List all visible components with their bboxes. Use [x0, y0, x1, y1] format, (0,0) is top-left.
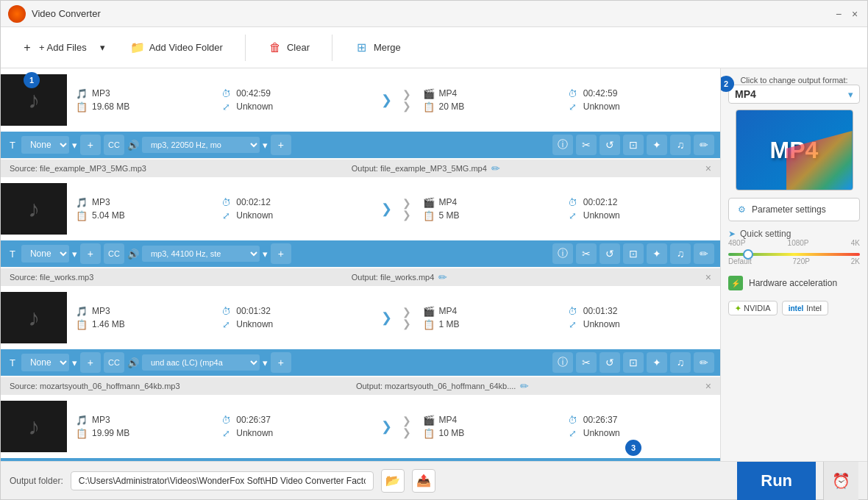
- out-file-icon-4: 📋: [423, 427, 435, 439]
- right-panel: 2 Click to change output format: MP4 ▾ M…: [720, 68, 867, 461]
- format-selector[interactable]: MP4 ▾: [728, 85, 860, 104]
- quality-thumb[interactable]: [743, 249, 753, 260]
- edit-btn-3[interactable]: ✏: [694, 352, 714, 373]
- audio-btn-1[interactable]: ♫: [670, 135, 691, 155]
- add-files-button[interactable]: + + Add Files: [13, 36, 94, 60]
- run-button[interactable]: Run: [737, 462, 816, 500]
- subtitle-select-2[interactable]: None: [21, 245, 69, 262]
- res-icon-1: ⤢: [220, 101, 232, 113]
- file-info-3: 🎵 MP3 ⏱ 00:01:32 📋 1.46 MB ⤢: [67, 302, 374, 333]
- cut-btn-1[interactable]: ✂: [576, 135, 597, 155]
- add-audio-btn-2[interactable]: +: [271, 243, 291, 264]
- output-path-input[interactable]: [71, 471, 374, 490]
- effects-btn-3[interactable]: ✦: [647, 352, 667, 373]
- edit-output-icon-4[interactable]: ✏: [520, 380, 529, 392]
- volume-icon-1: 🔊: [127, 140, 139, 151]
- out-file-icon-3: 📋: [423, 318, 435, 330]
- subtitle-select-3[interactable]: None: [21, 354, 69, 371]
- add-subtitle-btn-1[interactable]: +: [80, 135, 101, 155]
- format-thumbnail: MP4: [736, 110, 853, 190]
- file-info-2: 🎵 MP3 ⏱ 00:02:12 📋 5.04 MB ⤢: [67, 193, 374, 224]
- close-button[interactable]: ×: [850, 9, 860, 19]
- chevron-audio-2: ▾: [263, 249, 268, 260]
- toolbar-row-3: T None ▾ + CC 🔊 und aac (LC) (mp4a ▾ + ⓘ: [1, 349, 720, 376]
- hw-accel-icon: ⚡: [728, 276, 743, 290]
- audio-select-1[interactable]: mp3, 22050 Hz, mo: [142, 137, 260, 153]
- browse-folder-button[interactable]: 📂: [381, 469, 405, 493]
- source-size-4: 📋 19.99 MB: [76, 427, 220, 439]
- close-btn-4[interactable]: ×: [705, 380, 711, 392]
- add-folder-button[interactable]: 📁 Add Video Folder: [123, 36, 230, 60]
- audio-select-3[interactable]: und aac (LC) (mp4a: [142, 354, 260, 371]
- parameter-settings-button[interactable]: ⚙ Parameter settings: [728, 198, 860, 221]
- subtitle-select-1[interactable]: None: [21, 136, 69, 154]
- audio-btn-2[interactable]: ♫: [670, 243, 691, 264]
- quality-top-labels: 480P 1080P 4K: [728, 239, 860, 247]
- arrow-2: ❯: [374, 201, 399, 217]
- subtitle-cc-btn-3[interactable]: CC: [104, 352, 124, 373]
- folder-open-icon: 📂: [385, 474, 400, 488]
- file-header-2: Source: file_example_MP3_5MG.mp3 Output:…: [1, 160, 720, 177]
- rotate-btn-3[interactable]: ↺: [600, 352, 620, 373]
- file-row-1: ♪ 🎵 MP3 ⏱ 00:42:59 📋 19.68: [1, 68, 720, 132]
- cut-btn-2[interactable]: ✂: [576, 243, 597, 264]
- clock-icon-1: ⏱: [220, 88, 232, 99]
- chevron-subtitle-3: ▾: [72, 357, 77, 368]
- cut-btn-3[interactable]: ✂: [576, 352, 597, 373]
- quick-setting-section: ➤ Quick setting 480P 1080P 4K Default 72…: [728, 229, 860, 265]
- close-btn-3[interactable]: ×: [705, 271, 711, 283]
- clear-button[interactable]: 🗑 Clear: [260, 36, 317, 60]
- source-resolution-3: ⤢ Unknown: [220, 318, 364, 330]
- merge-button[interactable]: ⊞ Merge: [347, 36, 408, 60]
- nvidia-badge[interactable]: ✦ NVIDIA: [728, 301, 778, 315]
- dashed-arrows-1: ❯ ❯: [399, 88, 414, 112]
- effects-btn-2[interactable]: ✦: [647, 243, 667, 264]
- title-bar: Video Converter − ×: [1, 1, 867, 27]
- info-btn-1[interactable]: ⓘ: [552, 135, 573, 155]
- output-format-3: 🎬 MP4: [423, 305, 567, 317]
- rotate-btn-2[interactable]: ↺: [600, 243, 620, 264]
- add-audio-btn-3[interactable]: +: [271, 352, 291, 373]
- arrow-4: ❯: [374, 418, 399, 435]
- open-output-folder-button[interactable]: 📤: [412, 469, 435, 493]
- output-size-4: 📋 10 MB: [423, 427, 567, 439]
- effects-btn-1[interactable]: ✦: [647, 135, 667, 155]
- file-item-1: ♪ 🎵 MP3 ⏱ 00:42:59 📋 19.68: [1, 68, 720, 158]
- intel-badge[interactable]: intel Intel: [782, 301, 828, 315]
- source-size-3: 📋 1.46 MB: [76, 318, 220, 330]
- res-icon-3: ⤢: [220, 318, 232, 330]
- main-window: Video Converter − × + + Add Files ▾ 📁 Ad…: [0, 0, 868, 500]
- edit-output-icon-3[interactable]: ✏: [438, 271, 447, 283]
- close-btn-2[interactable]: ×: [705, 162, 711, 174]
- audio-btn-3[interactable]: ♫: [670, 352, 691, 373]
- out-format-icon-4: 🎬: [423, 414, 435, 426]
- quick-setting-arrow-icon: ➤: [728, 229, 736, 239]
- output-format-2: 🎬 MP4: [423, 196, 567, 208]
- edit-btn-2[interactable]: ✏: [694, 243, 714, 264]
- add-subtitle-btn-2[interactable]: +: [80, 243, 101, 264]
- source-resolution-1: ⤢ Unknown: [220, 101, 364, 113]
- alarm-button[interactable]: ⏰: [823, 462, 858, 500]
- minimize-button[interactable]: −: [833, 9, 844, 19]
- dashed-arrows-3: ❯ ❯: [399, 306, 414, 329]
- subtitle-cc-btn-2[interactable]: CC: [104, 243, 124, 264]
- edit-btn-1[interactable]: ✏: [694, 135, 714, 155]
- add-audio-btn-1[interactable]: +: [271, 135, 291, 155]
- file-item-2: Source: file_example_MP3_5MG.mp3 Output:…: [1, 160, 720, 267]
- subtitle-cc-btn-1[interactable]: CC: [104, 135, 124, 155]
- audio-select-2[interactable]: mp3, 44100 Hz, ste: [142, 246, 260, 262]
- add-files-dropdown[interactable]: ▾: [97, 38, 108, 57]
- output-size-2: 📋 5 MB: [423, 210, 567, 221]
- info-btn-2[interactable]: ⓘ: [552, 243, 573, 264]
- arrow-3: ❯: [374, 310, 399, 326]
- source-label-3: Source: file_works.mp3: [10, 273, 93, 282]
- add-subtitle-btn-3[interactable]: +: [80, 352, 101, 373]
- crop-btn-2[interactable]: ⊡: [623, 243, 644, 264]
- edit-output-icon-2[interactable]: ✏: [491, 162, 500, 174]
- subtitle-icon-2: T: [7, 249, 18, 260]
- crop-btn-1[interactable]: ⊡: [623, 135, 644, 155]
- rotate-btn-1[interactable]: ↺: [600, 135, 620, 155]
- crop-btn-3[interactable]: ⊡: [623, 352, 644, 373]
- output-info-2: 🎬 MP4 ⏱ 00:02:12 📋 5 MB ⤢: [414, 193, 721, 224]
- info-btn-3[interactable]: ⓘ: [552, 352, 573, 373]
